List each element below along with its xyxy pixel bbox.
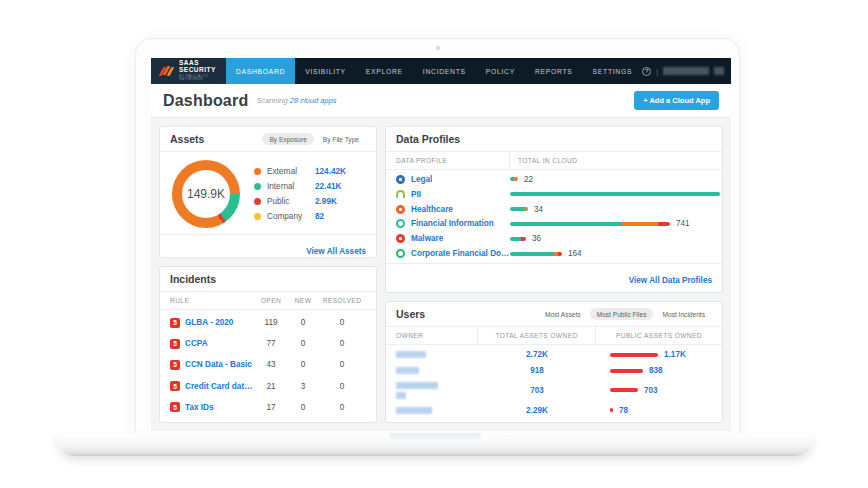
laptop-mockup: SAAS SECURITY BY PALO ALTO NETWORKS DASH… <box>0 0 868 488</box>
view-all-data-profiles-link[interactable]: View All Data Profiles <box>629 276 712 285</box>
data-profile-link[interactable]: Financial Information <box>411 219 494 228</box>
assets-toggle-group: By ExposureBy File Type <box>262 133 366 145</box>
incident-new-count: 0 <box>288 339 318 348</box>
legend-item-public: Public2.99K <box>254 197 366 206</box>
user-name-redacted[interactable] <box>663 67 709 75</box>
data-profiles-card: Data Profiles DATA PROFILE TOTAL IN CLOU… <box>385 126 723 293</box>
nav-item-policy[interactable]: POLICY <box>476 58 525 84</box>
user-public-assets-link[interactable]: 838 <box>649 366 663 375</box>
add-cloud-app-button[interactable]: + Add a Cloud App <box>634 91 719 110</box>
laptop-notch <box>389 433 481 442</box>
toggle-by-file-type[interactable]: By File Type <box>316 133 366 145</box>
legend-value[interactable]: 2.99K <box>315 197 337 206</box>
user-public-assets-bar <box>610 353 658 357</box>
cloud-apps-link[interactable]: 28 cloud apps <box>290 96 337 105</box>
col-owner: OWNER <box>386 327 478 344</box>
data-profile-link[interactable]: Malware <box>411 234 443 243</box>
user-owner-redacted <box>386 407 478 414</box>
user-public-assets-link[interactable]: 703 <box>644 386 658 395</box>
palo-alto-logo-icon <box>160 65 174 77</box>
incident-rule-link[interactable]: CCPA <box>185 339 254 348</box>
assets-donut-chart: 149.9K <box>172 160 240 228</box>
toggle-most-assets[interactable]: Most Assets <box>538 308 588 320</box>
data-profile-link[interactable]: Corporate Financial Docs <box>411 249 510 258</box>
assets-total: 149.9K <box>172 160 240 228</box>
legend-item-company: Company82 <box>254 212 366 221</box>
legend-value[interactable]: 124.42K <box>315 167 346 176</box>
data-profile-total: 164 <box>568 249 582 258</box>
laptop-lid: SAAS SECURITY BY PALO ALTO NETWORKS DASH… <box>135 38 740 438</box>
users-toggle-group: Most AssetsMost Public FilesMost Inciden… <box>538 308 712 320</box>
data-profiles-table-header: DATA PROFILE TOTAL IN CLOUD <box>386 152 722 170</box>
nav-item-settings[interactable]: SETTINGS <box>583 58 643 84</box>
data-profile-row: Healthcare34 <box>386 205 722 214</box>
user-total-assets-link[interactable]: 918 <box>530 366 544 375</box>
incident-resolved-count: 0 <box>318 382 366 391</box>
incident-rule-link[interactable]: Credit Card data - CE... <box>185 382 254 391</box>
user-total-assets-link[interactable]: 2.72K <box>526 350 548 359</box>
user-row: 918838 <box>386 366 722 375</box>
nav-item-reports[interactable]: REPORTS <box>525 58 583 84</box>
users-card: Users Most AssetsMost Public FilesMost I… <box>385 301 723 423</box>
app-screen: SAAS SECURITY BY PALO ALTO NETWORKS DASH… <box>151 58 731 431</box>
incidents-card: Incidents RULEOPENNEWRESOLVED 5GLBA - 20… <box>159 266 377 423</box>
incidents-title: Incidents <box>170 273 216 285</box>
dashboard-content: Assets By ExposureBy File Type 149.9K Ex… <box>151 118 731 431</box>
user-total-assets-link[interactable]: 2.29K <box>526 406 548 415</box>
incident-open-count: 77 <box>254 339 288 348</box>
incident-rule-link[interactable]: CCN Data - Basic <box>185 360 254 369</box>
col-resolved: RESOLVED <box>318 297 366 304</box>
data-profile-bar <box>510 252 562 256</box>
public-dot-icon <box>254 198 261 205</box>
user-public-assets-link[interactable]: 1.17K <box>664 350 686 359</box>
user-menu-redacted[interactable] <box>714 67 724 75</box>
col-total-assets-owned: TOTAL ASSETS OWNED <box>478 327 596 344</box>
incident-open-count: 21 <box>254 382 288 391</box>
toggle-most-incidents[interactable]: Most Incidents <box>655 308 712 320</box>
help-icon[interactable]: ? <box>642 67 651 76</box>
incident-row: 5CCPA7700 <box>170 339 366 349</box>
brand-logo[interactable]: SAAS SECURITY BY PALO ALTO NETWORKS <box>151 58 226 84</box>
user-public-assets-bar <box>610 408 613 412</box>
legend-value[interactable]: 22.41K <box>315 182 341 191</box>
brand-title: SAAS SECURITY <box>179 60 216 73</box>
legend-label: Public <box>267 197 315 206</box>
external-dot-icon <box>254 168 261 175</box>
laptop-base <box>57 433 813 456</box>
data-profile-bar <box>510 222 670 226</box>
incident-row: 5GLBA - 202011900 <box>170 318 366 328</box>
company-dot-icon <box>254 213 261 220</box>
nav-item-visibility[interactable]: VISIBILITY <box>295 58 356 84</box>
nav-items: DASHBOARDVISIBILITYEXPLOREINCIDENTSPOLIC… <box>226 58 642 84</box>
nav-item-incidents[interactable]: INCIDENTS <box>413 58 476 84</box>
page-title: Dashboard <box>163 92 248 110</box>
data-profile-link[interactable]: Healthcare <box>411 205 453 214</box>
data-profile-bar <box>510 207 528 211</box>
col-new: NEW <box>288 297 318 304</box>
severity-badge: 5 <box>170 339 180 349</box>
data-profile-row: Legal22 <box>386 175 722 184</box>
user-public-assets-link[interactable]: 78 <box>619 406 628 415</box>
col-rule: RULE <box>170 297 254 304</box>
incident-rule-link[interactable]: Tax IDs <box>185 403 254 412</box>
user-owner-redacted <box>386 367 478 374</box>
data-profile-total: 741 <box>676 219 690 228</box>
top-nav: SAAS SECURITY BY PALO ALTO NETWORKS DASH… <box>151 58 731 84</box>
assets-legend: External124.42KInternal22.41KPublic2.99K… <box>254 167 366 221</box>
user-total-assets-link[interactable]: 703 <box>530 386 544 395</box>
incident-rule-link[interactable]: GLBA - 2020 <box>185 318 254 327</box>
data-profile-total: 34 <box>534 205 543 214</box>
view-all-assets-link[interactable]: View All Assets <box>306 247 366 256</box>
nav-item-dashboard[interactable]: DASHBOARD <box>226 58 295 84</box>
toggle-most-public-files[interactable]: Most Public Files <box>590 308 654 320</box>
data-profile-link[interactable]: PII <box>411 190 421 199</box>
corporate-financial-docs-icon <box>396 249 405 258</box>
user-owner-redacted <box>386 382 478 399</box>
page-subtitle: Scanning 28 cloud apps <box>256 96 336 105</box>
nav-item-explore[interactable]: EXPLORE <box>356 58 413 84</box>
toggle-by-exposure[interactable]: By Exposure <box>262 133 313 145</box>
user-row: 703703 <box>386 382 722 399</box>
legend-value[interactable]: 82 <box>315 212 324 221</box>
data-profile-row: PII <box>386 190 722 199</box>
data-profile-link[interactable]: Legal <box>411 175 432 184</box>
